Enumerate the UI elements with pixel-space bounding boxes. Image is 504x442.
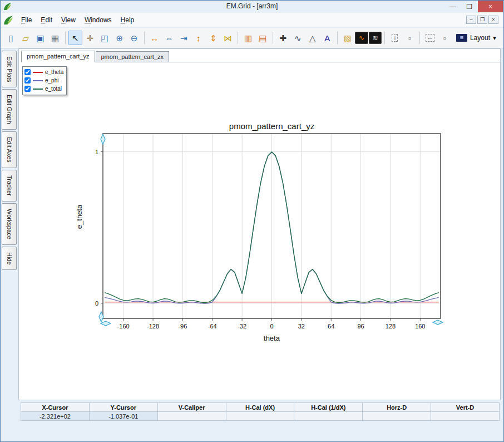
new-file-icon-glyph: ▯ xyxy=(9,34,13,42)
expand-horizontal-icon-glyph: ↔ xyxy=(150,34,159,42)
delta-marker-icon-glyph: △ xyxy=(309,34,316,42)
doc-tab-pmom-pattern-cart-zx[interactable]: pmom_pattern_cart_zx xyxy=(96,51,170,62)
pan-vertical-icon[interactable]: ⇕ xyxy=(206,31,220,45)
pan-horizontal-icon-glyph: ⇔ xyxy=(165,34,173,42)
side-tab-hide[interactable]: Hide xyxy=(2,247,17,271)
expand-vertical-icon-glyph: ↕ xyxy=(196,34,201,42)
new-file-icon[interactable]: ▯ xyxy=(4,31,18,45)
zoom-in-icon[interactable]: ⊕ xyxy=(112,31,126,45)
side-tab-label-hide: Hide xyxy=(6,252,13,265)
side-tab-workspace[interactable]: Workspace xyxy=(2,203,17,245)
open-folder-icon[interactable]: ▱ xyxy=(18,31,32,45)
axes-curve-icon[interactable]: ∿ xyxy=(291,31,305,45)
toolbar-separator xyxy=(273,32,273,44)
vertical-caliper-icon[interactable]: ↕ xyxy=(388,31,402,45)
print-icon[interactable]: ▦ xyxy=(48,31,62,45)
x-tick-label: -96 xyxy=(178,323,187,330)
menu-item-windows[interactable]: Windows xyxy=(80,14,116,26)
autoscale-icon[interactable]: ⋈ xyxy=(221,31,235,45)
plot-svg[interactable]: -160-128-96-64-32032649612816001 xyxy=(86,131,470,343)
pan-hand-icon[interactable]: ✛ xyxy=(83,31,97,45)
maximize-button[interactable]: ❒ xyxy=(461,1,478,12)
pan-horizontal-icon[interactable]: ⇔ xyxy=(162,31,176,45)
mdi-restore-button[interactable]: ❒ xyxy=(477,16,487,24)
status-value-horz-d xyxy=(363,412,431,420)
delta-marker-icon[interactable]: △ xyxy=(305,31,319,45)
print-icon-glyph: ▦ xyxy=(51,34,59,42)
status-value-v-caliper xyxy=(158,412,226,420)
horizontal-caliper-icon[interactable]: ↔ xyxy=(423,31,437,45)
y-axis-label: e_theta xyxy=(75,195,83,239)
side-tab-label-edit-axes: Edit Axes xyxy=(6,137,13,163)
menu-item-file[interactable]: File xyxy=(17,14,36,26)
legend-checkbox-e-theta[interactable] xyxy=(24,69,31,75)
menu-item-edit[interactable]: Edit xyxy=(36,14,57,26)
legend-checkbox-e-total[interactable] xyxy=(24,86,31,92)
status-table: X-CursorY-CursorV-CaliperH-Cal (dX)H-Cal… xyxy=(21,402,500,421)
plot-window-icon[interactable]: ▧ xyxy=(340,31,354,45)
x-tick-label: -64 xyxy=(208,323,217,330)
toolbar-separator xyxy=(384,32,385,44)
menu-item-help[interactable]: Help xyxy=(116,14,139,26)
axis-handle-bottom-left-horizontal[interactable] xyxy=(101,321,111,326)
text-annotation-icon[interactable]: A xyxy=(320,31,334,45)
legend-row-e-theta: e_theta xyxy=(24,68,63,76)
side-tab-label-edit-plots: Edit Plots xyxy=(6,56,13,82)
x-tick-label: -128 xyxy=(147,323,159,330)
minimize-button[interactable]: — xyxy=(444,1,461,12)
axes-curve-icon-glyph: ∿ xyxy=(294,34,302,42)
legend-checkbox-e-phi[interactable] xyxy=(24,77,31,84)
toolbar-separator xyxy=(238,32,238,44)
fft-plot-icon[interactable]: ∿ xyxy=(355,32,368,44)
side-tab-label-tracker: Tracker xyxy=(6,175,13,196)
side-tab-label-workspace: Workspace xyxy=(6,209,13,239)
doc-tab-pmom-pattern-cart-yz[interactable]: pmom_pattern_cart_yz xyxy=(21,51,95,62)
menu-bar: FileEditViewWindowsHelp – ❒ × xyxy=(1,13,503,27)
snap-right-icon-glyph: ⇥ xyxy=(180,34,187,42)
toolbar-separator xyxy=(65,32,66,44)
horizontal-marker-box-icon-glyph: ▫ xyxy=(443,34,446,42)
save-icon-glyph: ▣ xyxy=(36,34,44,42)
legend-line-sample-e-phi xyxy=(33,80,43,81)
status-header-x-cursor: X-Cursor xyxy=(21,403,89,411)
status-value-h-cal-dx xyxy=(226,412,294,420)
snap-right-icon[interactable]: ⇥ xyxy=(177,31,191,45)
y-tick-label: 1 xyxy=(95,149,98,155)
vertical-grid-icon[interactable]: ▥ xyxy=(241,31,255,45)
zoom-out-icon[interactable]: ⊖ xyxy=(127,31,141,45)
pointer-select-icon[interactable]: ↖ xyxy=(68,31,82,45)
menu-items: FileEditViewWindowsHelp xyxy=(17,14,139,26)
side-tab-edit-graph[interactable]: Edit Graph xyxy=(2,89,17,130)
toolbar-separator xyxy=(419,32,420,44)
status-header-vert-d: Vert-D xyxy=(431,403,499,411)
expand-horizontal-icon[interactable]: ↔ xyxy=(147,31,161,45)
mdi-minimize-button[interactable]: – xyxy=(466,16,476,24)
close-button[interactable]: × xyxy=(478,1,503,12)
expand-vertical-icon[interactable]: ↕ xyxy=(191,31,205,45)
text-annotation-icon-glyph: A xyxy=(324,34,330,42)
crosshair-icon[interactable]: ✚ xyxy=(276,31,290,45)
horizontal-grid-icon[interactable]: ▤ xyxy=(256,31,270,45)
vertical-marker-box-icon[interactable]: ▫ xyxy=(403,31,417,45)
legend-line-sample-e-total xyxy=(33,89,43,90)
horizontal-marker-box-icon[interactable]: ▫ xyxy=(437,31,451,45)
status-value-y-cursor: -1.037e-01 xyxy=(90,412,157,420)
zoom-out-icon-glyph: ⊖ xyxy=(131,34,138,42)
autoscale-icon-glyph: ⋈ xyxy=(224,34,232,42)
vertical-marker-box-icon-glyph: ▫ xyxy=(408,34,411,42)
side-tab-edit-plots[interactable]: Edit Plots xyxy=(2,51,17,87)
layout-button[interactable]: ≡ Layout ▾ xyxy=(452,32,500,44)
legend-label-e-phi: e_phi xyxy=(45,77,58,84)
side-tab-label-edit-graph: Edit Graph xyxy=(6,95,13,124)
side-tab-tracker[interactable]: Tracker xyxy=(2,170,17,202)
multi-trace-icon[interactable]: ≋ xyxy=(369,32,382,44)
chevron-down-icon: ▾ xyxy=(493,34,496,42)
save-icon[interactable]: ▣ xyxy=(33,31,47,45)
zoom-window-icon[interactable]: ◰ xyxy=(98,31,112,45)
axis-handle-bottom-right[interactable] xyxy=(433,320,443,325)
app-logo-icon-menubar xyxy=(3,15,13,25)
axis-handle-top-left[interactable] xyxy=(101,134,105,144)
mdi-close-button[interactable]: × xyxy=(488,16,498,24)
menu-item-view[interactable]: View xyxy=(57,14,80,26)
side-tab-edit-axes[interactable]: Edit Axes xyxy=(2,131,17,168)
